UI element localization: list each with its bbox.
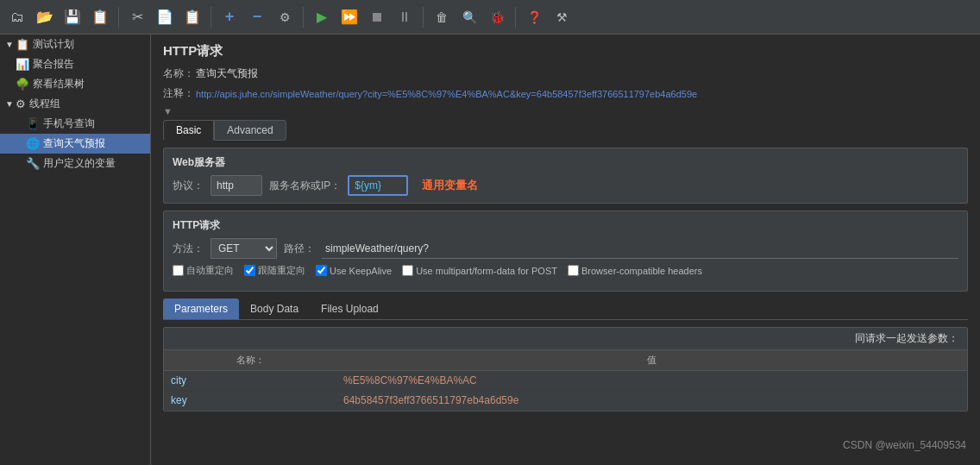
follow-redirect-input[interactable] xyxy=(244,265,255,276)
param-name-key: key xyxy=(164,391,336,411)
auto-redirect-checkbox[interactable]: 自动重定向 xyxy=(173,264,234,277)
param-value-key: 64b58457f3eff3766511797eb4a6d59e xyxy=(336,391,967,411)
browser-headers-label: Browser-compatible headers xyxy=(581,266,702,276)
comment-label: 注释： xyxy=(163,86,196,101)
http-method-row: 方法： GET POST PUT DELETE 路径： xyxy=(173,238,958,259)
browser-headers-checkbox[interactable]: Browser-compatible headers xyxy=(568,265,702,276)
more-icon[interactable]: ⚒ xyxy=(550,5,574,29)
sep5 xyxy=(515,7,516,28)
sidebar-item-label: 用户定义的变量 xyxy=(43,156,116,171)
sidebar-item-aggregate-report[interactable]: 📊 聚合报告 xyxy=(0,54,150,74)
sep4 xyxy=(423,7,424,28)
search-icon[interactable]: 🔍 xyxy=(457,5,481,29)
sep2 xyxy=(210,7,211,28)
save-icon[interactable]: 💾 xyxy=(60,5,85,29)
sidebar-item-thread-group[interactable]: ▼ ⚙ 线程组 xyxy=(0,94,150,114)
content-area: HTTP请求 名称： 查询天气预报 注释： http://apis.juhe.c… xyxy=(151,35,980,465)
sub-tab-parameters[interactable]: Parameters xyxy=(163,298,239,319)
sep3 xyxy=(303,7,304,28)
protocol-input[interactable] xyxy=(210,175,262,196)
keepalive-checkbox[interactable]: Use KeepAlive xyxy=(316,265,392,276)
server-label: 服务名称或IP： xyxy=(269,179,341,193)
sidebar-item-test-plan[interactable]: ▼ 📋 测试计划 xyxy=(0,35,150,54)
param-value-city: %E5%8C%97%E4%BA%AC xyxy=(336,371,967,391)
user-vars-icon: 🔧 xyxy=(26,157,40,170)
name-value: 查询天气预报 xyxy=(196,66,258,81)
toolbar: 🗂 📂 💾 📋 ✂ 📄 📋 + − ⚙ ▶ ⏩ ⏹ ⏸ 🗑 🔍 🐞 ❓ ⚒ xyxy=(0,0,980,35)
add-icon[interactable]: + xyxy=(217,5,242,29)
browser-headers-input[interactable] xyxy=(568,265,579,276)
stop-icon[interactable]: ⏹ xyxy=(365,5,389,29)
sidebar-item-label: 查询天气预报 xyxy=(43,136,105,151)
remove-icon[interactable]: − xyxy=(245,5,269,29)
thread-group-icon: ⚙ xyxy=(16,97,26,110)
paste-icon[interactable]: 📋 xyxy=(180,5,204,29)
sub-tab-files-upload[interactable]: Files Upload xyxy=(310,298,390,319)
sidebar: ▼ 📋 测试计划 📊 聚合报告 🌳 察看结果树 ▼ ⚙ 线程组 📱 手机号查询 … xyxy=(0,35,151,465)
aggregate-icon: 📊 xyxy=(16,58,29,71)
web-server-row: 协议： 服务名称或IP： 通用变量名 xyxy=(173,175,958,196)
pause-icon[interactable]: ⏸ xyxy=(393,5,417,29)
keepalive-input[interactable] xyxy=(316,265,327,276)
open-icon[interactable]: 📂 xyxy=(33,5,57,29)
tab-advanced[interactable]: Advanced xyxy=(214,120,286,141)
arrow-icon: ▼ xyxy=(5,40,14,49)
param-name-city: city xyxy=(164,371,336,391)
sep1 xyxy=(118,7,119,28)
test-plan-icon: 📋 xyxy=(16,38,29,51)
auto-redirect-label: 自动重定向 xyxy=(186,264,234,277)
variable-hint: 通用变量名 xyxy=(422,178,478,193)
web-server-title: Web服务器 xyxy=(173,155,958,170)
multipart-input[interactable] xyxy=(402,265,413,276)
method-label: 方法： xyxy=(173,242,204,256)
sidebar-item-user-variables[interactable]: 🔧 用户定义的变量 xyxy=(0,154,150,173)
name-label: 名称： xyxy=(163,66,196,81)
col-header-name: 名称： xyxy=(164,350,336,371)
phone-query-icon: 📱 xyxy=(26,117,40,130)
config-icon[interactable]: ⚙ xyxy=(273,5,297,29)
sidebar-item-label: 聚合报告 xyxy=(33,57,74,72)
main-tabs: Basic Advanced xyxy=(163,120,968,141)
main-layout: ▼ 📋 测试计划 📊 聚合报告 🌳 察看结果树 ▼ ⚙ 线程组 📱 手机号查询 … xyxy=(0,35,980,465)
result-tree-icon: 🌳 xyxy=(16,78,29,91)
run-all-icon[interactable]: ⏩ xyxy=(337,5,361,29)
auto-redirect-input[interactable] xyxy=(173,265,184,276)
path-input[interactable] xyxy=(322,238,958,259)
comment-row: 注释： http://apis.juhe.cn/simpleWeather/qu… xyxy=(163,86,968,101)
arrow-icon: ▼ xyxy=(5,99,14,109)
web-server-section: Web服务器 协议： 服务名称或IP： 通用变量名 xyxy=(163,148,968,204)
copy-icon[interactable]: 📄 xyxy=(153,5,177,29)
debug-icon[interactable]: 🐞 xyxy=(485,5,509,29)
clear-icon[interactable]: 🗑 xyxy=(430,5,454,29)
sidebar-item-weather-query[interactable]: 🌐 查询天气预报 xyxy=(0,134,150,154)
run-icon[interactable]: ▶ xyxy=(310,5,334,29)
tab-basic[interactable]: Basic xyxy=(163,120,214,141)
new-file-icon[interactable]: 🗂 xyxy=(5,5,29,29)
table-row: key 64b58457f3eff3766511797eb4a6d59e xyxy=(164,391,967,411)
method-select[interactable]: GET POST PUT DELETE xyxy=(210,238,277,259)
sidebar-item-result-tree[interactable]: 🌳 察看结果树 xyxy=(0,74,150,94)
sidebar-item-label: 线程组 xyxy=(29,97,60,111)
follow-redirect-checkbox[interactable]: 跟随重定向 xyxy=(244,264,305,277)
multipart-label: Use multipart/form-data for POST xyxy=(416,266,557,276)
comment-value: http://apis.juhe.cn/simpleWeather/query?… xyxy=(196,89,697,99)
server-input[interactable] xyxy=(348,175,408,196)
name-row: 名称： 查询天气预报 xyxy=(163,66,968,81)
templates-icon[interactable]: 📋 xyxy=(88,5,112,29)
checkboxes-row: 自动重定向 跟随重定向 Use KeepAlive Use multipart/… xyxy=(173,264,958,277)
params-header: 同请求一起发送参数： xyxy=(164,328,967,350)
expand-arrow-icon[interactable]: ▼ xyxy=(163,106,968,116)
keepalive-label: Use KeepAlive xyxy=(330,266,392,276)
sub-tabs: Parameters Body Data Files Upload xyxy=(163,298,968,320)
help-icon[interactable]: ❓ xyxy=(522,5,546,29)
cut-icon[interactable]: ✂ xyxy=(125,5,149,29)
multipart-checkbox[interactable]: Use multipart/form-data for POST xyxy=(402,265,557,276)
sidebar-item-label: 测试计划 xyxy=(33,37,74,52)
params-table: 名称： 值 city %E5%8C%97%E4%BA%AC key 64b584… xyxy=(164,350,967,411)
sub-tab-body-data[interactable]: Body Data xyxy=(239,298,310,319)
sidebar-item-phone-query[interactable]: 📱 手机号查询 xyxy=(0,114,150,134)
table-row: city %E5%8C%97%E4%BA%AC xyxy=(164,371,967,391)
follow-redirect-label: 跟随重定向 xyxy=(258,264,305,277)
params-section: 同请求一起发送参数： 名称： 值 city %E5%8C%97%E4%BA%AC… xyxy=(163,327,968,412)
sidebar-item-label: 手机号查询 xyxy=(43,116,95,131)
